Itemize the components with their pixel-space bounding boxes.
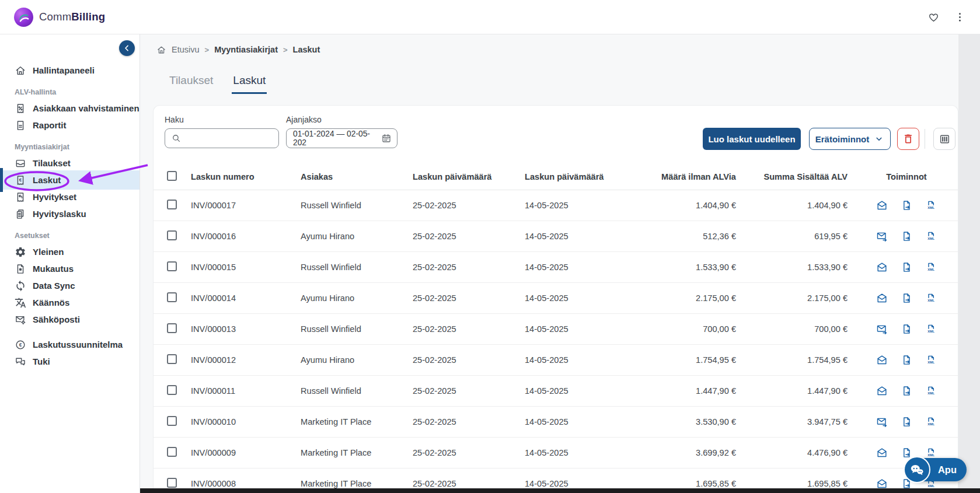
select-all-checkbox[interactable]: [167, 171, 177, 181]
row-checkbox[interactable]: [167, 416, 177, 426]
help-button[interactable]: Apu: [904, 456, 968, 483]
sidebar-item-tuki[interactable]: Tuki: [0, 353, 139, 370]
brand-logo: CommBilling: [14, 8, 105, 27]
amount-excl-vat: 512,36 €: [631, 232, 743, 241]
table-row[interactable]: INV/000016Ayumu Hirano25-02-202514-05-20…: [154, 221, 958, 252]
sidebar-item-yleinen[interactable]: Yleinen: [0, 243, 139, 260]
table-row[interactable]: INV/000012Ayumu Hirano25-02-202514-05-20…: [154, 345, 958, 376]
sidebar-item-mukautus[interactable]: Mukautus: [0, 260, 139, 277]
sidebar-collapse-button[interactable]: [119, 40, 135, 56]
row-checkbox[interactable]: [167, 385, 177, 395]
sidebar-item-sahkoposti[interactable]: Sähköposti: [0, 311, 139, 328]
sidebar-item-label: Data Sync: [33, 281, 75, 291]
table-row[interactable]: INV/000009Marketing IT Place25-02-202514…: [154, 438, 958, 468]
row-checkbox[interactable]: [167, 354, 177, 364]
sidebar-item-laskutussuunnitelma[interactable]: €Laskutussuunnitelma: [0, 336, 139, 353]
breadcrumb: Etusivu>Myyntiasiakirjat>Laskut: [140, 34, 958, 55]
sidebar-item-kaannos[interactable]: Käännös: [0, 294, 139, 311]
sidebar-item-asiakkaan-vahvistaminen[interactable]: Asiakkaan vahvistaminen: [0, 100, 139, 117]
mail-send-icon[interactable]: [876, 323, 888, 335]
brand-logo-icon: [14, 8, 33, 27]
mail-open-icon[interactable]: [876, 354, 888, 366]
xml-file-icon[interactable]: XML: [925, 354, 937, 366]
table-row[interactable]: INV/000014Ayumu Hirano25-02-202514-05-20…: [154, 283, 958, 314]
file-export-icon[interactable]: [901, 385, 912, 397]
mail-send-icon[interactable]: [876, 230, 888, 242]
sidebar-section-label: Asetukset: [15, 232, 139, 240]
table-row[interactable]: INV/000015Russell Winfield25-02-202514-0…: [154, 252, 958, 283]
xml-file-icon[interactable]: XML: [925, 261, 937, 273]
columns-button[interactable]: [933, 128, 955, 150]
file-export-icon[interactable]: [901, 261, 912, 273]
euro-circle-icon: €: [15, 339, 26, 351]
mail-open-icon[interactable]: [876, 447, 888, 459]
file-export-icon[interactable]: [901, 200, 912, 211]
search-input[interactable]: [165, 128, 279, 148]
row-checkbox[interactable]: [167, 292, 177, 302]
invoice-date: 25-02-2025: [409, 324, 520, 334]
sidebar-item-hyvitykset[interactable]: Hyvitykset: [0, 188, 139, 205]
date-range-input[interactable]: 01-01-2024 — 02-05-202: [286, 128, 397, 148]
row-checkbox[interactable]: [167, 230, 177, 240]
breadcrumb-laskut[interactable]: Laskut: [293, 45, 320, 54]
table-row[interactable]: INV/000013Russell Winfield25-02-202514-0…: [154, 314, 958, 345]
svg-text:XML: XML: [927, 268, 934, 272]
sidebar-item-label: Hallintapaneeli: [33, 65, 95, 75]
row-checkbox[interactable]: [167, 323, 177, 333]
mail-open-icon[interactable]: [876, 385, 888, 397]
search-input-field[interactable]: [186, 133, 273, 144]
table-row[interactable]: INV/000011Russell Winfield25-02-202514-0…: [154, 376, 958, 407]
file-export-icon[interactable]: [901, 354, 912, 366]
sidebar-item-data-sync[interactable]: Data Sync: [0, 277, 139, 294]
row-checkbox[interactable]: [167, 478, 177, 488]
sidebar-item-tilaukset[interactable]: Tilaukset: [0, 155, 139, 172]
translate-icon: [15, 297, 26, 309]
row-checkbox[interactable]: [167, 200, 177, 209]
row-checkbox[interactable]: [167, 261, 177, 271]
breadcrumb-myyntiasiakirjat[interactable]: Myyntiasiakirjat: [214, 45, 278, 54]
invoice-number: INV/000010: [180, 417, 295, 426]
column-header-4: Määrä ilman ALVia: [631, 172, 743, 181]
heart-icon[interactable]: [927, 11, 940, 23]
sidebar-item-hallintapaneeli[interactable]: Hallintapaneeli: [0, 62, 139, 79]
mail-send-icon[interactable]: [876, 416, 888, 428]
xml-file-icon[interactable]: XML: [925, 230, 937, 242]
file-export-icon[interactable]: [901, 323, 912, 335]
row-checkbox[interactable]: [167, 447, 177, 457]
amount-incl-vat: 700,00 €: [743, 324, 854, 334]
amount-incl-vat: 1.447,90 €: [743, 386, 854, 396]
table-body: INV/000017Russell Winfield25-02-202514-0…: [154, 190, 958, 493]
svg-text:XML: XML: [927, 485, 934, 488]
amount-excl-vat: 700,00 €: [631, 324, 743, 334]
table-row[interactable]: INV/000010Marketing IT Place25-02-202514…: [154, 407, 958, 438]
file-export-icon[interactable]: [901, 292, 912, 304]
xml-file-icon[interactable]: XML: [925, 200, 937, 211]
xml-file-icon[interactable]: XML: [925, 416, 937, 428]
delete-button[interactable]: [897, 128, 919, 150]
mail-open-icon[interactable]: [876, 200, 888, 211]
tab-bar: TilauksetLaskut: [140, 55, 958, 94]
batch-actions-button[interactable]: Erätoiminnot: [809, 128, 891, 150]
recreate-invoices-button[interactable]: Luo laskut uudelleen: [703, 128, 801, 150]
kebab-menu-icon[interactable]: [954, 11, 966, 23]
inbox-icon: [15, 158, 26, 169]
mail-open-icon[interactable]: [876, 261, 888, 273]
customer-name: Russell Winfield: [295, 386, 409, 396]
xml-file-icon[interactable]: XML: [925, 323, 937, 335]
sidebar-item-hyvityslasku[interactable]: Hyvityslasku: [0, 205, 139, 222]
xml-file-icon[interactable]: XML: [925, 292, 937, 304]
breadcrumb-etusivu[interactable]: Etusivu: [172, 45, 200, 54]
sidebar-nav: HallintapaneeliALV-hallintaAsiakkaan vah…: [0, 34, 139, 370]
mail-open-icon[interactable]: [876, 478, 888, 489]
xml-file-icon[interactable]: XML: [925, 385, 937, 397]
sidebar-item-raportit[interactable]: Raportit: [0, 117, 139, 134]
tab-tilaukset[interactable]: Tilaukset: [168, 74, 214, 94]
table-row[interactable]: INV/000017Russell Winfield25-02-202514-0…: [154, 190, 958, 221]
sidebar-item-laskut[interactable]: €Laskut: [0, 170, 139, 190]
sidebar-item-label: Laskutussuunnitelma: [33, 340, 123, 349]
sidebar-item-label: Yleinen: [33, 247, 64, 257]
file-export-icon[interactable]: [901, 230, 912, 242]
tab-laskut[interactable]: Laskut: [232, 74, 267, 94]
file-export-icon[interactable]: [901, 416, 912, 428]
mail-open-icon[interactable]: [876, 292, 888, 304]
